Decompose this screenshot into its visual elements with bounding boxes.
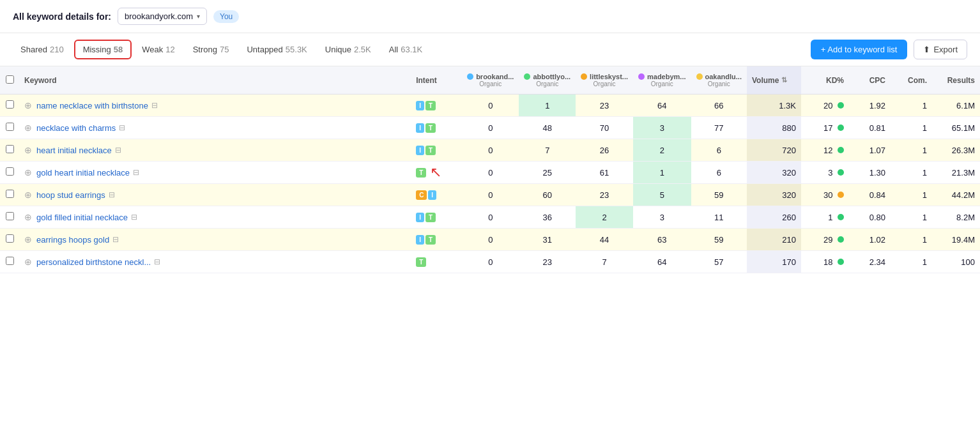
cell-value: 19.4M <box>932 229 980 251</box>
table-row: ⊕personalized birthstone neckl... ⊟T0237… <box>0 251 980 273</box>
tabs-row: Shared210 Missing58 Weak12 Strong75 Unta… <box>0 33 980 66</box>
table-row: ⊕name necklace with birthstone ⊟IT012364… <box>0 95 980 117</box>
cell-value: 3 <box>633 117 691 139</box>
intent-badge-I: I <box>416 101 424 110</box>
keyword-link[interactable]: heart initial necklace <box>36 146 112 155</box>
cell-value: 0 <box>462 95 519 117</box>
row-checkbox[interactable] <box>6 234 14 243</box>
keyword-cell: ⊕gold filled initial necklace ⊟ <box>19 206 411 229</box>
row-checkbox[interactable] <box>6 123 14 131</box>
cell-value: 48 <box>519 117 576 139</box>
cell-value: 0 <box>462 206 519 229</box>
row-checkbox[interactable] <box>6 257 14 265</box>
tab-untapped[interactable]: Untapped55.3K <box>239 41 314 58</box>
keyword-link[interactable]: earrings hoops gold <box>36 235 109 245</box>
row-checkbox[interactable] <box>6 100 14 109</box>
row-checkbox-cell[interactable] <box>0 206 19 229</box>
select-all-checkbox[interactable] <box>6 75 14 84</box>
table-body: ⊕name necklace with birthstone ⊟IT012364… <box>0 95 980 273</box>
table-row: ⊕necklace with charms ⊟IT0487037788017 0… <box>0 117 980 139</box>
keyword-link[interactable]: gold heart initial necklace <box>36 168 130 178</box>
cell-value: 1 <box>891 251 932 273</box>
row-checkbox-cell[interactable] <box>0 251 19 273</box>
row-checkbox-cell[interactable] <box>0 162 19 184</box>
intent-cell: IT <box>411 117 462 139</box>
add-to-keyword-list-button[interactable]: + Add to keyword list <box>811 40 908 59</box>
keyword-details-icon[interactable]: ⊟ <box>112 235 119 244</box>
cell-value: 6.1M <box>932 95 980 117</box>
keyword-link[interactable]: name necklace with birthstone <box>36 101 148 110</box>
keyword-details-icon[interactable]: ⊟ <box>133 168 139 177</box>
keyword-details-icon[interactable]: ⊟ <box>109 190 115 199</box>
kd-cell: 18 <box>801 251 849 273</box>
add-keyword-icon[interactable]: ⊕ <box>24 257 32 267</box>
keyword-link[interactable]: necklace with charms <box>36 123 116 133</box>
intent-badge-I: I <box>416 213 424 222</box>
add-keyword-icon[interactable]: ⊕ <box>24 190 32 200</box>
add-keyword-icon[interactable]: ⊕ <box>24 145 32 155</box>
volume-cell: 320 <box>747 184 801 206</box>
row-checkbox[interactable] <box>6 167 14 176</box>
keyword-details-icon[interactable]: ⊟ <box>151 101 158 110</box>
keyword-details-icon[interactable]: ⊟ <box>154 257 160 266</box>
tab-all[interactable]: All63.1K <box>381 41 430 58</box>
kd-dot <box>838 169 844 176</box>
cell-value: 100 <box>932 251 980 273</box>
th-select-all[interactable] <box>0 66 19 95</box>
cell-value: 31 <box>519 229 576 251</box>
cell-value: 59 <box>691 229 747 251</box>
cell-value: 26 <box>576 139 633 162</box>
table-header-row: Keyword Intent brookand... Organic abbot… <box>0 66 980 95</box>
cell-value: 2 <box>633 139 691 162</box>
keyword-details-icon[interactable]: ⊟ <box>115 146 121 155</box>
keyword-link[interactable]: gold filled initial necklace <box>36 213 128 222</box>
table-row: ⊕gold heart initial necklace ⊟T↖02561163… <box>0 162 980 184</box>
add-keyword-icon[interactable]: ⊕ <box>24 100 32 110</box>
intent-badge-I: I <box>416 123 424 133</box>
th-kd: KD% <box>801 66 849 95</box>
kd-dot <box>838 259 844 265</box>
th-site-little: littleskyst... Organic <box>576 66 633 95</box>
kd-cell: 3 <box>801 162 849 184</box>
add-keyword-icon[interactable]: ⊕ <box>24 234 32 245</box>
row-checkbox-cell[interactable] <box>0 184 19 206</box>
add-keyword-icon[interactable]: ⊕ <box>24 167 32 178</box>
keyword-link[interactable]: hoop stud earrings <box>36 190 105 200</box>
tab-unique[interactable]: Unique2.5K <box>318 41 379 58</box>
row-checkbox[interactable] <box>6 212 14 220</box>
tab-missing[interactable]: Missing58 <box>74 40 132 59</box>
row-checkbox-cell[interactable] <box>0 139 19 162</box>
cell-value: 0 <box>462 251 519 273</box>
add-keyword-icon[interactable]: ⊕ <box>24 123 32 133</box>
sort-volume-icon[interactable]: ⇅ <box>781 76 787 84</box>
row-checkbox-cell[interactable] <box>0 117 19 139</box>
kd-dot <box>838 125 844 131</box>
keyword-table-wrap: Keyword Intent brookand... Organic abbot… <box>0 66 980 273</box>
cell-value: 11 <box>691 206 747 229</box>
export-button[interactable]: ⬆ Export <box>914 40 967 59</box>
kd-cell: 1 <box>801 206 849 229</box>
cell-value: 59 <box>691 184 747 206</box>
kd-dot <box>838 192 844 198</box>
table-row: ⊕gold filled initial necklace ⊟IT0362311… <box>0 206 980 229</box>
row-checkbox-cell[interactable] <box>0 229 19 251</box>
keyword-cell: ⊕name necklace with birthstone ⊟ <box>19 95 411 117</box>
cell-value: 23 <box>576 95 633 117</box>
keyword-details-icon[interactable]: ⊟ <box>131 213 137 222</box>
row-checkbox[interactable] <box>6 190 14 198</box>
cell-value: 1 <box>891 139 932 162</box>
kd-cell: 30 <box>801 184 849 206</box>
cell-value: 61 <box>576 162 633 184</box>
domain-selector[interactable]: brookandyork.com ▾ <box>118 8 207 25</box>
tab-strong[interactable]: Strong75 <box>185 41 237 58</box>
volume-cell: 720 <box>747 139 801 162</box>
keyword-link[interactable]: personalized birthstone neckl... <box>36 257 151 267</box>
th-volume[interactable]: Volume ⇅ <box>747 66 801 95</box>
row-checkbox-cell[interactable] <box>0 95 19 117</box>
tab-weak[interactable]: Weak12 <box>134 41 182 58</box>
keyword-details-icon[interactable]: ⊟ <box>119 123 125 132</box>
tab-shared[interactable]: Shared210 <box>13 41 72 58</box>
add-keyword-icon[interactable]: ⊕ <box>24 212 32 222</box>
header-title: All keyword details for: <box>13 11 111 22</box>
row-checkbox[interactable] <box>6 145 14 153</box>
